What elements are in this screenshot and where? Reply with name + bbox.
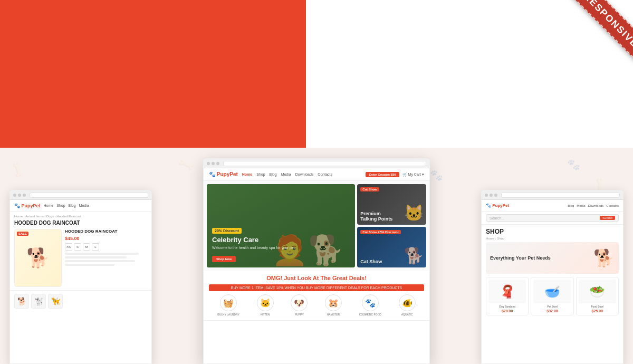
browser-url-right bbox=[501, 193, 620, 198]
left-prod-name: HOODED DOG RAINCOAT bbox=[65, 229, 147, 234]
left-product-image: SALE 🐕 bbox=[14, 229, 62, 287]
hero-main-banner: 🧑‍🦰🐕 20% Discount Celebrity Care Welcome… bbox=[207, 184, 355, 267]
right-nav-items: Blog Media Downloads Contacts bbox=[568, 204, 619, 207]
left-red-panel bbox=[0, 0, 306, 148]
side-bottom-text: Cat Show bbox=[360, 259, 382, 264]
kitten-icon: 🐱 bbox=[257, 294, 274, 311]
cat-aquatic[interactable]: 🐠 AQUATIC bbox=[399, 294, 416, 316]
browser-bar-right bbox=[482, 190, 623, 200]
right-search-bar[interactable]: Search... Submit bbox=[486, 214, 619, 222]
nav-contacts: Contacts bbox=[318, 173, 332, 176]
product-card-2[interactable]: 🥣 Pet Bowl $32.00 bbox=[531, 277, 573, 315]
left-product-details: HOODED DOG RAINCOAT $45.00 XS S M L bbox=[65, 229, 147, 287]
right-search-button[interactable]: Submit bbox=[600, 216, 615, 220]
center-nav-logo: 🐾 PupyPet bbox=[209, 171, 238, 177]
right-breadcrumb: Home › Shop bbox=[482, 237, 623, 242]
center-dot-3 bbox=[216, 162, 219, 165]
side-top-pet: 🐱 bbox=[404, 204, 424, 222]
product-name-3: Food Bowl bbox=[579, 305, 616, 308]
product-name-2: Pet Bowl bbox=[533, 305, 571, 308]
left-prod-price: $45.00 bbox=[65, 236, 147, 241]
cat-puppy[interactable]: 🐶 PUPPY bbox=[291, 294, 308, 316]
product-price-3: $25.00 bbox=[579, 309, 616, 313]
screenshot-center: 🐾 PupyPet Home Shop Blog Media Downloads… bbox=[203, 158, 430, 364]
aquatic-label: AQUATIC bbox=[401, 313, 413, 316]
ribbon-label: RESPONSIVE bbox=[570, 0, 633, 62]
doodle-bone-1: 🦴 bbox=[8, 161, 27, 180]
left-prod-sizes: XS S M L bbox=[65, 243, 147, 251]
my-cart[interactable]: 🛒 My Cart ▾ bbox=[402, 173, 424, 177]
hero-subline: Welcome to the health and beauty spa for… bbox=[212, 246, 295, 250]
side-bottom-pet: 🐕 bbox=[404, 246, 424, 265]
cat-kitten[interactable]: 🐱 KITTEN bbox=[257, 294, 274, 316]
hero-side-banners: Cat Show 🐱 PremiumTalking Points Cat Sho… bbox=[357, 184, 426, 267]
thumb-3[interactable]: 🦮 bbox=[48, 294, 63, 309]
center-dot-1 bbox=[207, 162, 210, 165]
enter-coupon[interactable]: Enter Coupon $50 bbox=[366, 172, 399, 177]
desc-line-3 bbox=[65, 260, 135, 262]
size-xs[interactable]: XS bbox=[65, 243, 72, 251]
puppy-icon: 🐶 bbox=[291, 294, 308, 311]
bulky-label: BULKY LAUNDRY bbox=[217, 313, 239, 316]
hero-side-top: Cat Show 🐱 PremiumTalking Points bbox=[357, 184, 426, 225]
cat-bulky-laundry[interactable]: 🧺 BULKY LAUNDRY bbox=[217, 294, 239, 316]
size-l[interactable]: L bbox=[92, 243, 99, 251]
right-nav-downloads: Downloads bbox=[588, 204, 604, 207]
browser-url-center bbox=[223, 161, 426, 166]
screenshot-left: 🐾 PupyPet Home Shop Blog Media Home › An… bbox=[9, 190, 152, 364]
left-thumbnails: 🐕 🐩 🦮 bbox=[10, 290, 151, 312]
right-shop-title: SHOP bbox=[482, 225, 623, 237]
left-nav-media: Media bbox=[79, 204, 89, 207]
right-nav: 🐾 PupyPet Blog Media Downloads Contacts bbox=[482, 200, 623, 212]
left-desc-lines bbox=[65, 253, 147, 266]
cat-hamster[interactable]: 🐹 HAMSTER bbox=[325, 294, 342, 316]
product-card-1[interactable]: 🧣 Dog Bandana $28.00 bbox=[486, 277, 529, 315]
left-breadcrumb: Home › Animal Items › Dogs › Hooded Rain… bbox=[14, 215, 147, 218]
product-price-1: $28.00 bbox=[488, 309, 526, 313]
left-nav: 🐾 PupyPet Home Shop Blog Media bbox=[10, 200, 151, 212]
product-image-2: 🥣 bbox=[533, 280, 571, 303]
cat-cosmetic[interactable]: 🐾 COSMETIC FOOD bbox=[359, 294, 381, 316]
responsive-ribbon: RESPONSIVE bbox=[554, 0, 633, 79]
kitten-label: KITTEN bbox=[261, 313, 270, 316]
desc-line-1 bbox=[65, 253, 139, 255]
doodle-paw-3: 🐾 bbox=[567, 158, 580, 171]
right-dot-1 bbox=[485, 194, 488, 197]
puppy-label: PUPPY bbox=[295, 313, 304, 316]
right-search-area: Search... Submit bbox=[482, 212, 623, 225]
doodle-bone-2: 🦴 bbox=[177, 156, 195, 174]
nav-home: Home bbox=[242, 173, 252, 176]
product-name-1: Dog Bandana bbox=[488, 305, 526, 308]
nav-media: Media bbox=[281, 173, 291, 176]
hero-discount-badge: 20% Discount bbox=[212, 228, 242, 234]
screenshots-section: 🦴 🐾 🦴 🐾 🦴 🐾 🦴 🐾 🐾 PupyPet Home Shop Blog… bbox=[0, 148, 633, 364]
center-hero: 🧑‍🦰🐕 20% Discount Celebrity Care Welcome… bbox=[204, 181, 429, 271]
right-nav-logo: 🐾 PupyPet bbox=[486, 203, 509, 208]
right-nav-media: Media bbox=[577, 204, 585, 207]
thumb-1[interactable]: 🐕 bbox=[14, 294, 29, 309]
sale-badge: SALE bbox=[17, 232, 28, 236]
hero-side-bottom: Cat Show 25% Discount 🐕 Cat Show bbox=[357, 227, 426, 267]
product-image-3: 🥗 bbox=[579, 280, 616, 303]
deals-banner: BUY MORE 1 ITEM, SAVE 10% WHEN YOU BUY M… bbox=[209, 284, 424, 291]
size-m[interactable]: M bbox=[83, 243, 90, 251]
hamster-label: HAMSTER bbox=[327, 313, 340, 316]
product-card-3[interactable]: 🥗 Food Bowl $25.00 bbox=[576, 277, 619, 315]
browser-dot-2 bbox=[18, 194, 21, 197]
hero-text: 20% Discount Celebrity Care Welcome to t… bbox=[212, 225, 295, 262]
browser-dot-3 bbox=[23, 194, 26, 197]
hamster-icon: 🐹 bbox=[325, 294, 342, 311]
desc-line-2 bbox=[65, 256, 127, 258]
size-s[interactable]: S bbox=[74, 243, 81, 251]
hero-cta-button[interactable]: Shop Now bbox=[212, 256, 236, 262]
thumb-2[interactable]: 🐩 bbox=[31, 294, 46, 309]
left-nav-shop: Shop bbox=[56, 204, 65, 207]
left-product-area: SALE 🐕 HOODED DOG RAINCOAT $45.00 XS S M… bbox=[14, 229, 147, 287]
desc-line-4 bbox=[65, 264, 114, 266]
product-price-2: $32.00 bbox=[533, 309, 571, 313]
left-product-section: Home › Animal Items › Dogs › Hooded Rain… bbox=[10, 212, 151, 290]
cosmetic-label: COSMETIC FOOD bbox=[359, 313, 381, 316]
right-products-grid: 🧣 Dog Bandana $28.00 🥣 Pet Bowl $32.00 🥗… bbox=[482, 277, 623, 315]
center-nav-items: Home Shop Blog Media Downloads Contacts bbox=[242, 173, 332, 176]
hero-headline: Celebrity Care bbox=[212, 236, 295, 244]
